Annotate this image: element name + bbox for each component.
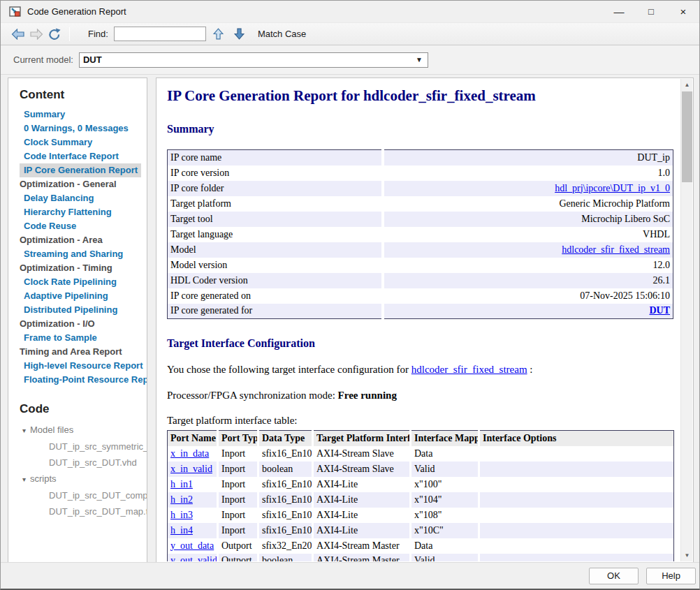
summary-label: IP core folder	[168, 181, 383, 196]
scroll-up-button[interactable]: ▲	[681, 79, 693, 91]
current-model-label: Current model:	[13, 54, 73, 65]
model-link[interactable]: hdlcoder_sfir_fixed_stream	[411, 364, 527, 375]
interface-intro-text: You chose the following target interface…	[167, 364, 680, 376]
sidebar-item[interactable]: Streaming and Sharing	[20, 247, 141, 261]
dropdown-arrow-icon: ▼	[416, 56, 423, 64]
code-file-item[interactable]: DUT_ip_src_DUT_map.txt	[20, 503, 141, 519]
port-name-link[interactable]: y_out_data	[170, 540, 214, 551]
scrollbar-thumb[interactable]	[682, 91, 692, 182]
port-name-link[interactable]: y_out_valid	[170, 555, 217, 561]
target-interface-heading: Target Interface Configuration	[167, 337, 680, 350]
interface-cell: x"104"	[411, 492, 479, 508]
current-model-select[interactable]: DUT ▼	[79, 52, 428, 68]
interface-cell: AXI4-Lite	[313, 523, 411, 538]
minimize-button[interactable]: —	[603, 1, 635, 22]
back-button[interactable]	[9, 26, 27, 43]
interface-cell: AXI4-Lite	[313, 477, 411, 492]
port-name-link[interactable]: h_in1	[170, 479, 193, 489]
interface-table: Port NamePort TypeData TypeTarget Platfo…	[167, 430, 674, 561]
sidebar-item[interactable]: Distributed Pipelining	[20, 303, 141, 317]
sidebar-item[interactable]: Adaptive Pipelining	[20, 289, 141, 303]
port-name-cell: h_in1	[168, 477, 218, 492]
maximize-button[interactable]: □	[635, 1, 667, 22]
interface-row: y_out_validOutportbooleanAXI4-Stream Mas…	[168, 554, 674, 562]
summary-row: IP core generated forDUT	[168, 304, 673, 319]
sidebar-section-header: Optimization - Timing	[20, 261, 141, 275]
tree-group-toggle[interactable]: ▾Model files	[20, 422, 141, 438]
sidebar-item[interactable]: Clock Summary	[20, 135, 141, 149]
sidebar-item[interactable]: Code Interface Report	[20, 149, 141, 163]
interface-row: h_in4Inportsfix16_En10AXI4-Litex"10C"	[168, 523, 674, 538]
code-file-item[interactable]: DUT_ip_src_DUT.vhd	[20, 455, 141, 471]
summary-row: IP core nameDUT_ip	[168, 150, 673, 165]
sync-mode-label: Processor/FPGA synchronization mode:	[167, 390, 338, 401]
ok-button[interactable]: OK	[589, 568, 639, 584]
refresh-button[interactable]	[45, 26, 64, 43]
scroll-down-button[interactable]: ▼	[681, 550, 693, 561]
match-case-toggle[interactable]: Match Case	[258, 29, 306, 39]
port-name-link[interactable]: h_in2	[170, 494, 193, 505]
summary-table: IP core nameDUT_ipIP core version1.0IP c…	[167, 149, 673, 319]
summary-value: VHDL	[383, 227, 673, 242]
content-heading: Content	[20, 88, 141, 102]
back-icon	[11, 29, 25, 40]
sidebar-item[interactable]: High-level Resource Report	[20, 359, 141, 373]
code-file-item[interactable]: DUT_ip_src_DUT_compile.do	[20, 487, 141, 503]
sidebar-item[interactable]: Clock Rate Pipelining	[20, 275, 141, 289]
interface-cell: sfix16_En10	[258, 477, 313, 492]
interface-cell: x"108"	[411, 508, 479, 523]
window-title: Code Generation Report	[27, 6, 126, 17]
interface-cell: AXI4-Stream Master	[313, 538, 411, 554]
sidebar-item[interactable]: Hierarchy Flattening	[20, 205, 141, 219]
summary-label: IP core generated for	[168, 304, 383, 319]
interface-cell: AXI4-Stream Master	[313, 554, 411, 562]
summary-value: 1.0	[383, 165, 673, 181]
interface-cell	[479, 538, 674, 554]
sidebar-item[interactable]: Code Reuse	[20, 219, 141, 233]
summary-value-link[interactable]: hdlcoder_sfir_fixed_stream	[562, 244, 670, 255]
vertical-scrollbar[interactable]: ▲ ▼	[680, 79, 692, 561]
interface-column-header: Port Type	[218, 431, 258, 446]
sync-mode-value: Free running	[338, 390, 397, 401]
interface-row: h_in3Inportsfix16_En10AXI4-Litex"108"	[168, 508, 674, 523]
interface-cell: boolean	[258, 462, 313, 477]
summary-label: Target tool	[168, 212, 383, 227]
interface-row: y_out_dataOutportsfix32_En20AXI4-Stream …	[168, 538, 674, 554]
interface-cell: sfix16_En10	[258, 523, 313, 538]
interface-cell: Inport	[218, 508, 258, 523]
code-file-item[interactable]: DUT_ip_src_symmetric_fir.vhd	[20, 438, 141, 455]
summary-value-link[interactable]: hdl_prj\ipcore\DUT_ip_v1_0	[555, 183, 670, 193]
find-input[interactable]	[114, 27, 206, 41]
interface-cell	[479, 492, 674, 508]
port-name-cell: h_in3	[168, 508, 218, 523]
collapse-arrow-icon: ▾	[22, 475, 26, 483]
sidebar-item[interactable]: IP Core Generation Report	[20, 163, 141, 177]
find-previous-button[interactable]	[210, 26, 227, 43]
interface-cell	[479, 477, 674, 492]
tree-group-toggle[interactable]: ▾scripts	[20, 471, 141, 487]
intro-suffix: :	[527, 364, 533, 375]
help-button[interactable]: Help	[646, 568, 696, 584]
sidebar-item[interactable]: Frame to Sample	[20, 331, 141, 345]
sidebar-item[interactable]: Summary	[20, 108, 141, 121]
find-next-button[interactable]	[231, 26, 248, 43]
sidebar-item[interactable]: 0 Warnings, 0 Messages	[20, 121, 141, 135]
port-name-link[interactable]: h_in4	[170, 525, 193, 536]
port-name-link[interactable]: h_in3	[170, 510, 193, 520]
code-generation-report-window: Code Generation Report — □ × Find:	[0, 0, 700, 590]
sidebar-item[interactable]: Floating-Point Resource Report	[20, 373, 141, 387]
port-name-link[interactable]: x_in_valid	[170, 464, 212, 474]
model-bar: Current model: DUT ▼	[1, 45, 699, 75]
summary-label: Model version	[168, 258, 383, 273]
interface-row: x_in_dataInportsfix16_En10AXI4-Stream Sl…	[168, 446, 674, 462]
close-button[interactable]: ×	[667, 1, 699, 22]
port-name-link[interactable]: x_in_data	[170, 448, 209, 459]
sidebar-item[interactable]: Delay Balancing	[20, 191, 141, 205]
summary-label: IP core version	[168, 165, 383, 181]
summary-value-link[interactable]: DUT	[649, 305, 670, 316]
intro-prefix: You chose the following target interface…	[167, 364, 411, 375]
forward-button[interactable]	[27, 26, 45, 43]
port-name-cell: h_in2	[168, 492, 218, 508]
interface-cell: sfix16_En10	[258, 492, 313, 508]
interface-table-caption: Target platform interface table:	[167, 415, 680, 427]
